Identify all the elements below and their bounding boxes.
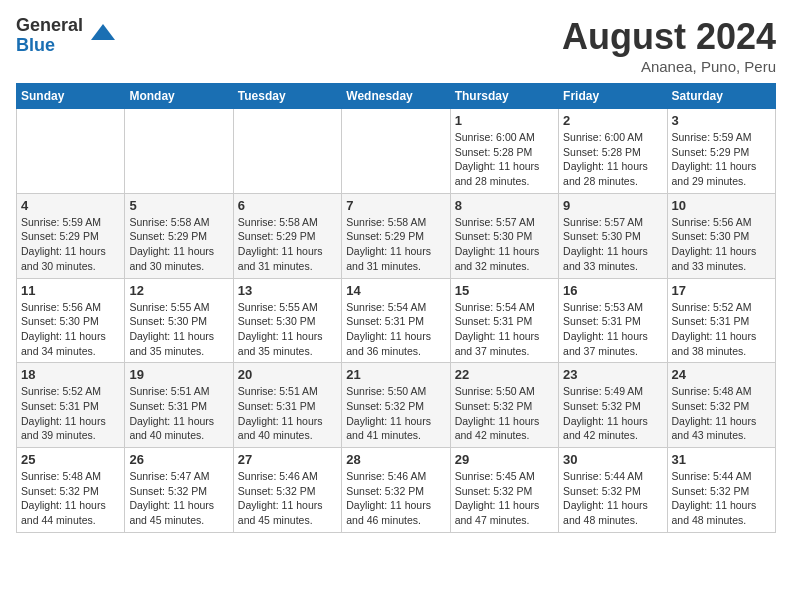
header-sunday: Sunday — [17, 84, 125, 109]
logo-icon — [87, 20, 119, 52]
day-info: Sunrise: 5:58 AM Sunset: 5:29 PM Dayligh… — [346, 215, 445, 274]
day-number: 23 — [563, 367, 662, 382]
day-number: 5 — [129, 198, 228, 213]
table-row: 12Sunrise: 5:55 AM Sunset: 5:30 PM Dayli… — [125, 278, 233, 363]
table-row: 28Sunrise: 5:46 AM Sunset: 5:32 PM Dayli… — [342, 448, 450, 533]
day-number: 2 — [563, 113, 662, 128]
svg-marker-0 — [91, 24, 115, 40]
table-row: 9Sunrise: 5:57 AM Sunset: 5:30 PM Daylig… — [559, 193, 667, 278]
calendar-header: Sunday Monday Tuesday Wednesday Thursday… — [17, 84, 776, 109]
calendar-week-0: 1Sunrise: 6:00 AM Sunset: 5:28 PM Daylig… — [17, 109, 776, 194]
table-row: 26Sunrise: 5:47 AM Sunset: 5:32 PM Dayli… — [125, 448, 233, 533]
day-number: 17 — [672, 283, 771, 298]
day-number: 4 — [21, 198, 120, 213]
calendar-body: 1Sunrise: 6:00 AM Sunset: 5:28 PM Daylig… — [17, 109, 776, 533]
header-friday: Friday — [559, 84, 667, 109]
day-number: 26 — [129, 452, 228, 467]
calendar-week-1: 4Sunrise: 5:59 AM Sunset: 5:29 PM Daylig… — [17, 193, 776, 278]
day-number: 15 — [455, 283, 554, 298]
day-info: Sunrise: 5:48 AM Sunset: 5:32 PM Dayligh… — [672, 384, 771, 443]
page-header: General Blue August 2024 Ananea, Puno, P… — [16, 16, 776, 75]
weekday-row: Sunday Monday Tuesday Wednesday Thursday… — [17, 84, 776, 109]
table-row: 27Sunrise: 5:46 AM Sunset: 5:32 PM Dayli… — [233, 448, 341, 533]
day-info: Sunrise: 5:46 AM Sunset: 5:32 PM Dayligh… — [238, 469, 337, 528]
day-number: 3 — [672, 113, 771, 128]
table-row: 5Sunrise: 5:58 AM Sunset: 5:29 PM Daylig… — [125, 193, 233, 278]
header-thursday: Thursday — [450, 84, 558, 109]
day-number: 11 — [21, 283, 120, 298]
table-row: 31Sunrise: 5:44 AM Sunset: 5:32 PM Dayli… — [667, 448, 775, 533]
day-number: 20 — [238, 367, 337, 382]
day-number: 14 — [346, 283, 445, 298]
day-info: Sunrise: 5:57 AM Sunset: 5:30 PM Dayligh… — [563, 215, 662, 274]
day-info: Sunrise: 5:59 AM Sunset: 5:29 PM Dayligh… — [21, 215, 120, 274]
table-row: 4Sunrise: 5:59 AM Sunset: 5:29 PM Daylig… — [17, 193, 125, 278]
table-row: 20Sunrise: 5:51 AM Sunset: 5:31 PM Dayli… — [233, 363, 341, 448]
title-block: August 2024 Ananea, Puno, Peru — [562, 16, 776, 75]
header-tuesday: Tuesday — [233, 84, 341, 109]
month-title: August 2024 — [562, 16, 776, 58]
day-info: Sunrise: 5:58 AM Sunset: 5:29 PM Dayligh… — [129, 215, 228, 274]
day-number: 21 — [346, 367, 445, 382]
table-row: 11Sunrise: 5:56 AM Sunset: 5:30 PM Dayli… — [17, 278, 125, 363]
day-number: 22 — [455, 367, 554, 382]
table-row: 19Sunrise: 5:51 AM Sunset: 5:31 PM Dayli… — [125, 363, 233, 448]
table-row — [342, 109, 450, 194]
day-number: 18 — [21, 367, 120, 382]
day-number: 9 — [563, 198, 662, 213]
day-info: Sunrise: 5:55 AM Sunset: 5:30 PM Dayligh… — [238, 300, 337, 359]
day-info: Sunrise: 5:52 AM Sunset: 5:31 PM Dayligh… — [672, 300, 771, 359]
day-number: 6 — [238, 198, 337, 213]
day-number: 16 — [563, 283, 662, 298]
table-row: 13Sunrise: 5:55 AM Sunset: 5:30 PM Dayli… — [233, 278, 341, 363]
day-info: Sunrise: 5:57 AM Sunset: 5:30 PM Dayligh… — [455, 215, 554, 274]
location: Ananea, Puno, Peru — [562, 58, 776, 75]
table-row: 1Sunrise: 6:00 AM Sunset: 5:28 PM Daylig… — [450, 109, 558, 194]
day-info: Sunrise: 5:54 AM Sunset: 5:31 PM Dayligh… — [455, 300, 554, 359]
table-row — [17, 109, 125, 194]
day-info: Sunrise: 6:00 AM Sunset: 5:28 PM Dayligh… — [455, 130, 554, 189]
calendar-week-3: 18Sunrise: 5:52 AM Sunset: 5:31 PM Dayli… — [17, 363, 776, 448]
day-info: Sunrise: 5:56 AM Sunset: 5:30 PM Dayligh… — [21, 300, 120, 359]
day-number: 29 — [455, 452, 554, 467]
header-wednesday: Wednesday — [342, 84, 450, 109]
table-row: 25Sunrise: 5:48 AM Sunset: 5:32 PM Dayli… — [17, 448, 125, 533]
table-row — [125, 109, 233, 194]
logo-blue-text: Blue — [16, 36, 83, 56]
day-number: 8 — [455, 198, 554, 213]
day-info: Sunrise: 5:50 AM Sunset: 5:32 PM Dayligh… — [455, 384, 554, 443]
table-row: 16Sunrise: 5:53 AM Sunset: 5:31 PM Dayli… — [559, 278, 667, 363]
day-info: Sunrise: 5:50 AM Sunset: 5:32 PM Dayligh… — [346, 384, 445, 443]
day-number: 1 — [455, 113, 554, 128]
day-number: 27 — [238, 452, 337, 467]
day-number: 24 — [672, 367, 771, 382]
table-row: 30Sunrise: 5:44 AM Sunset: 5:32 PM Dayli… — [559, 448, 667, 533]
header-saturday: Saturday — [667, 84, 775, 109]
day-info: Sunrise: 5:51 AM Sunset: 5:31 PM Dayligh… — [238, 384, 337, 443]
header-monday: Monday — [125, 84, 233, 109]
day-number: 13 — [238, 283, 337, 298]
table-row: 10Sunrise: 5:56 AM Sunset: 5:30 PM Dayli… — [667, 193, 775, 278]
table-row: 15Sunrise: 5:54 AM Sunset: 5:31 PM Dayli… — [450, 278, 558, 363]
day-info: Sunrise: 5:55 AM Sunset: 5:30 PM Dayligh… — [129, 300, 228, 359]
day-info: Sunrise: 5:53 AM Sunset: 5:31 PM Dayligh… — [563, 300, 662, 359]
day-number: 12 — [129, 283, 228, 298]
table-row: 2Sunrise: 6:00 AM Sunset: 5:28 PM Daylig… — [559, 109, 667, 194]
day-info: Sunrise: 5:47 AM Sunset: 5:32 PM Dayligh… — [129, 469, 228, 528]
day-info: Sunrise: 5:46 AM Sunset: 5:32 PM Dayligh… — [346, 469, 445, 528]
table-row: 22Sunrise: 5:50 AM Sunset: 5:32 PM Dayli… — [450, 363, 558, 448]
table-row: 17Sunrise: 5:52 AM Sunset: 5:31 PM Dayli… — [667, 278, 775, 363]
table-row: 8Sunrise: 5:57 AM Sunset: 5:30 PM Daylig… — [450, 193, 558, 278]
day-info: Sunrise: 5:59 AM Sunset: 5:29 PM Dayligh… — [672, 130, 771, 189]
day-info: Sunrise: 5:51 AM Sunset: 5:31 PM Dayligh… — [129, 384, 228, 443]
table-row: 23Sunrise: 5:49 AM Sunset: 5:32 PM Dayli… — [559, 363, 667, 448]
table-row: 18Sunrise: 5:52 AM Sunset: 5:31 PM Dayli… — [17, 363, 125, 448]
day-info: Sunrise: 5:49 AM Sunset: 5:32 PM Dayligh… — [563, 384, 662, 443]
calendar-week-2: 11Sunrise: 5:56 AM Sunset: 5:30 PM Dayli… — [17, 278, 776, 363]
day-number: 30 — [563, 452, 662, 467]
day-info: Sunrise: 5:44 AM Sunset: 5:32 PM Dayligh… — [563, 469, 662, 528]
day-info: Sunrise: 6:00 AM Sunset: 5:28 PM Dayligh… — [563, 130, 662, 189]
day-number: 25 — [21, 452, 120, 467]
table-row: 24Sunrise: 5:48 AM Sunset: 5:32 PM Dayli… — [667, 363, 775, 448]
day-info: Sunrise: 5:54 AM Sunset: 5:31 PM Dayligh… — [346, 300, 445, 359]
